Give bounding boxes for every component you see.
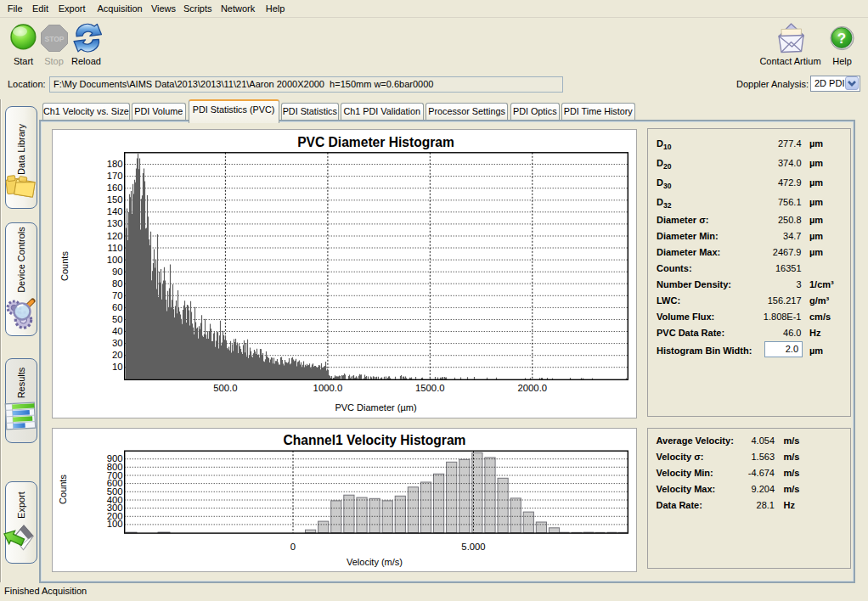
svg-text:120: 120 [107, 230, 123, 240]
svg-text:170: 170 [107, 171, 123, 181]
svg-text:Counts: Counts [58, 474, 68, 503]
svg-text:70: 70 [112, 289, 123, 300]
svg-text:180: 180 [107, 159, 123, 169]
svg-text:20: 20 [112, 350, 123, 360]
svg-text:140: 140 [107, 206, 123, 216]
svg-text:Velocity (m/s): Velocity (m/s) [347, 556, 403, 566]
svg-text:0: 0 [290, 542, 296, 552]
svg-text:900: 900 [107, 453, 123, 463]
svg-text:Counts: Counts [59, 250, 70, 280]
svg-text:500.0: 500.0 [213, 382, 237, 392]
svg-text:90: 90 [112, 266, 123, 276]
svg-text:10: 10 [112, 362, 123, 372]
svg-text:60: 60 [112, 301, 123, 312]
svg-text:30: 30 [112, 338, 123, 348]
svg-text:PVC Diameter Histogram: PVC Diameter Histogram [297, 135, 454, 149]
svg-text:80: 80 [112, 278, 123, 288]
svg-text:130: 130 [107, 218, 123, 228]
svg-text:50: 50 [112, 314, 123, 324]
svg-text:5.000: 5.000 [461, 542, 485, 552]
svg-text:40: 40 [112, 326, 123, 336]
svg-text:STOP: STOP [45, 35, 65, 43]
svg-text:1500.0: 1500.0 [415, 382, 445, 392]
svg-text:Channel1 Velocity Histogram: Channel1 Velocity Histogram [284, 433, 466, 447]
svg-text:2000.0: 2000.0 [518, 382, 548, 392]
svg-text:110: 110 [107, 242, 122, 252]
svg-text:100: 100 [107, 254, 123, 264]
svg-text:160: 160 [107, 183, 123, 193]
svg-text:1000.0: 1000.0 [313, 382, 343, 392]
svg-text:PVC Diameter (µm): PVC Diameter (µm) [335, 402, 416, 412]
svg-text:150: 150 [107, 194, 123, 205]
svg-text:?: ? [837, 31, 846, 47]
